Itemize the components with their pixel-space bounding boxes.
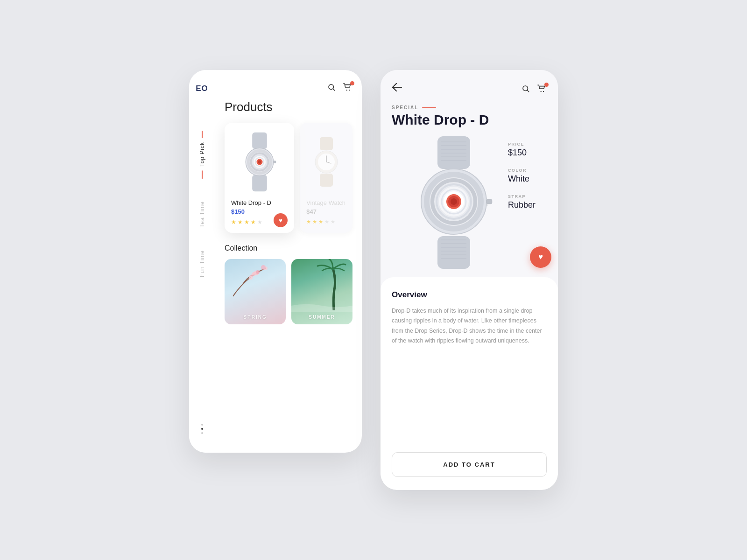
special-line [422, 107, 436, 108]
sidebar-nav: Top Pick Tea Time Fun Time [199, 131, 205, 424]
star-5: ★ [257, 219, 262, 225]
stars-row-2: ★ ★ ★ ★ ★ [306, 219, 346, 225]
star-2: ★ [238, 219, 243, 225]
watch-hero-area: PRICE $150 COLOR White STRAP Rubber ♥ [392, 128, 547, 277]
logo: EO [196, 84, 208, 93]
price-value: $150 [508, 148, 536, 158]
watch-svg-2 [308, 136, 345, 188]
sidebar-item-fun-time-label: Fun Time [199, 250, 205, 277]
collection-title: Collection [225, 244, 352, 252]
product-detail-title: White Drop - D [392, 112, 547, 128]
products-title: Products [225, 100, 352, 114]
right-top: SPECIAL White Drop - D [381, 70, 558, 277]
sea-decoration [291, 296, 352, 315]
right-bottom: Overview Drop-D takes much of its inspir… [381, 277, 558, 490]
fav-button-1[interactable]: ♥ [274, 213, 288, 227]
spring-label: SPRING [243, 315, 267, 320]
collection-row: SPRING [225, 259, 352, 324]
sidebar-item-top-pick-label: Top Pick [199, 142, 205, 167]
product-card-2[interactable]: Vintage Watch $47 ★ ★ ★ ★ ★ [300, 123, 352, 233]
color-label: COLOR [508, 168, 536, 173]
dot-2 [201, 428, 203, 430]
add-to-cart-button[interactable]: ADD TO CART [392, 452, 547, 477]
spec-price: PRICE $150 [508, 142, 536, 158]
color-value: White [508, 174, 536, 184]
fav-button-right[interactable]: ♥ [530, 246, 551, 268]
dot-1 [201, 424, 203, 426]
sidebar-dots [201, 424, 203, 439]
summer-label: SUMMER [309, 315, 335, 320]
product-specs: PRICE $150 COLOR White STRAP Rubber [508, 142, 536, 210]
star2-4: ★ [324, 219, 329, 225]
svg-rect-14 [320, 137, 333, 150]
spec-strap: STRAP Rubber [508, 194, 536, 210]
svg-point-3 [349, 90, 350, 91]
product-image-2 [306, 129, 346, 195]
svg-rect-13 [273, 161, 276, 163]
svg-point-26 [249, 276, 253, 280]
star2-2: ★ [312, 219, 317, 225]
active-indicator [202, 131, 203, 138]
sidebar-item-tea-time-label: Tea Time [199, 201, 205, 228]
star2-5: ★ [331, 219, 335, 225]
collection-card-spring[interactable]: SPRING [225, 259, 286, 324]
cart-button[interactable] [343, 83, 352, 91]
dot-3 [201, 432, 203, 434]
svg-point-30 [541, 91, 542, 92]
right-header [392, 83, 547, 94]
spring-bg: SPRING [225, 259, 286, 324]
overview-title: Overview [392, 290, 547, 300]
cart-badge-left [350, 81, 354, 85]
star2-1: ★ [306, 219, 311, 225]
svg-rect-15 [320, 174, 333, 187]
svg-point-21 [256, 270, 260, 274]
svg-point-31 [543, 91, 544, 92]
star-3: ★ [244, 219, 249, 225]
svg-rect-4 [252, 133, 267, 149]
cart-badge-right [544, 83, 549, 87]
sidebar-item-top-pick[interactable]: Top Pick [199, 131, 205, 179]
svg-point-12 [258, 160, 261, 163]
product-image-1 [231, 129, 288, 195]
collection-card-summer[interactable]: SUMMER [291, 259, 352, 324]
product-name-1: White Drop - D [231, 199, 288, 206]
svg-line-29 [527, 90, 529, 91]
watch-svg-1 [234, 132, 285, 192]
svg-point-57 [451, 198, 457, 205]
product-price-2: $47 [306, 208, 346, 215]
svg-rect-5 [252, 175, 267, 191]
right-search-button[interactable] [521, 84, 530, 93]
product-name-2: Vintage Watch [306, 199, 346, 206]
strap-value: Rubber [508, 200, 536, 210]
right-cart-button[interactable] [537, 84, 547, 93]
phone-right: SPECIAL White Drop - D [381, 70, 558, 490]
star2-3: ★ [318, 219, 323, 225]
svg-rect-58 [486, 199, 492, 204]
sidebar: EO Top Pick Tea Time Fun Time [189, 70, 215, 453]
summer-bg: SUMMER [291, 259, 352, 324]
star-4: ★ [251, 219, 256, 225]
sidebar-item-fun-time[interactable]: Fun Time [199, 250, 205, 277]
svg-point-24 [261, 265, 266, 270]
price-label: PRICE [508, 142, 536, 147]
back-button[interactable] [392, 83, 402, 94]
star-1: ★ [231, 219, 236, 225]
strap-label: STRAP [508, 194, 536, 199]
search-button[interactable] [327, 83, 336, 91]
phone-left: EO Top Pick Tea Time Fun Time [189, 70, 362, 453]
product-card-1[interactable]: White Drop - D $150 ★ ★ ★ ★ ★ ♥ [225, 123, 294, 233]
spec-color: COLOR White [508, 168, 536, 184]
special-label: SPECIAL [392, 105, 547, 110]
right-header-icons [521, 84, 547, 93]
products-row: White Drop - D $150 ★ ★ ★ ★ ★ ♥ [225, 123, 352, 233]
svg-rect-39 [437, 236, 470, 269]
spring-decoration [228, 264, 270, 301]
overview-text: Drop-D takes much of its inspiration fro… [392, 306, 547, 346]
hero-watch-svg [396, 133, 518, 273]
sidebar-item-tea-time[interactable]: Tea Time [199, 201, 205, 228]
left-main: Products [215, 70, 362, 453]
svg-line-1 [333, 89, 334, 90]
svg-rect-32 [437, 136, 470, 169]
svg-point-2 [346, 90, 347, 91]
left-header [225, 83, 352, 91]
